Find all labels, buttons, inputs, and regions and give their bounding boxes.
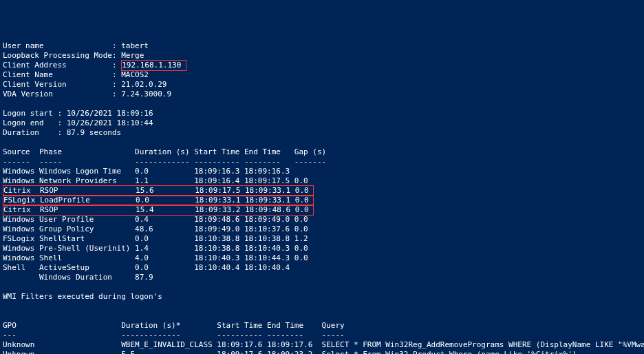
gpo-row: Unknown 5.5 18:09:17.6 18:09:23.2 Select… xyxy=(3,350,577,354)
phase-row: Windows Pre-Shell (Userinit) 1.4 18:10:3… xyxy=(3,244,308,253)
wmi-section-title: WMI Filters executed during logon's xyxy=(3,292,162,301)
phase-row: Windows Group Policy 48.6 18:09:49.0 18:… xyxy=(3,225,308,233)
highlighted-row: Citrix RSOP 15.4 18:09:33.2 18:09:48.6 0… xyxy=(3,205,314,216)
console-output: User name : tabert Loopback Processing M… xyxy=(3,41,641,354)
gpo-row: Unknown WBEM_E_INVALID_CLASS 18:09:17.6 … xyxy=(3,340,644,349)
phase-row: Windows Windows Logon Time 0.0 18:09:16.… xyxy=(3,167,294,176)
phase-row: FSLogix ShellStart 0.0 18:10:38.8 18:10:… xyxy=(3,234,308,243)
phase-row: Windows Duration 87.9 xyxy=(3,273,294,282)
phase-row: Windows Shell 4.0 18:10:40.3 18:10:44.3 … xyxy=(3,253,308,262)
phase-row: Windows User Profile 0.4 18:09:48.6 18:0… xyxy=(3,215,308,224)
phase-row: Windows Network Providers 1.1 18:09:16.4… xyxy=(3,176,308,185)
phase-row: Shell ActiveSetup 0.0 18:10:40.4 18:10:4… xyxy=(3,263,294,272)
